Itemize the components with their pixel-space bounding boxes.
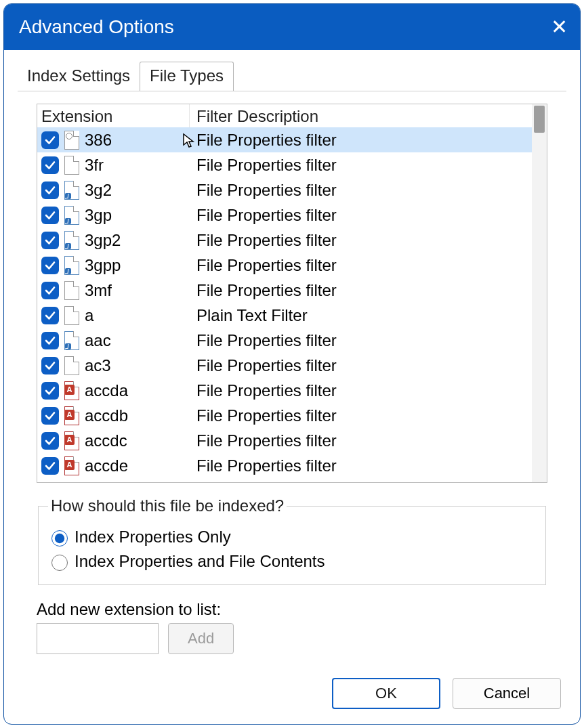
table-row[interactable]: 3gpFile Properties filter [37,202,532,228]
row-extension: accda [85,381,128,400]
dialog-footer: OK Cancel [4,666,580,724]
row-checkbox[interactable] [41,257,59,274]
file-type-icon [63,180,85,200]
ok-button[interactable]: OK [332,678,440,709]
row-filter: File Properties filter [190,356,532,375]
row-extension: 386 [85,131,112,150]
table-row[interactable]: AaccdbFile Properties filter [37,403,532,428]
file-type-icon [63,130,85,150]
file-type-icon: A [63,381,85,401]
row-filter: File Properties filter [190,156,532,175]
client-area: Index Settings File Types Extension Filt… [4,50,580,724]
file-types-list[interactable]: Extension Filter Description 386File Pro… [37,104,547,483]
row-filter: File Properties filter [190,331,532,350]
row-extension: a [85,306,93,325]
table-row[interactable]: AaccdeFile Properties filter [37,453,532,478]
row-checkbox[interactable] [41,181,59,199]
row-checkbox[interactable] [41,282,59,299]
row-filter: File Properties filter [190,381,532,400]
file-type-icon: A [63,406,85,426]
window-title: Advanced Options [19,16,174,38]
file-type-icon [63,330,85,351]
row-filter: File Properties filter [190,456,532,475]
add-extension-input[interactable] [37,623,159,654]
row-extension: 3gp2 [85,231,121,250]
file-type-icon: A [63,431,85,451]
row-filter: File Properties filter [190,256,532,275]
row-filter: File Properties filter [190,431,532,450]
table-row[interactable]: 3mfFile Properties filter [37,278,532,303]
vertical-scrollbar[interactable] [532,104,547,482]
tabstrip: Index Settings File Types [4,50,580,91]
file-type-icon [63,255,85,276]
radio-properties-only-input[interactable] [51,530,68,547]
row-filter: File Properties filter [190,206,532,225]
radio-properties-only-label: Index Properties Only [75,528,231,547]
cancel-button[interactable]: Cancel [453,678,561,709]
radio-properties-contents[interactable]: Index Properties and File Contents [48,552,536,571]
col-header-extension[interactable]: Extension [37,104,190,127]
index-how-group: How should this file be indexed? Index P… [38,496,546,585]
row-filter: File Properties filter [190,406,532,425]
row-extension: 3fr [85,156,104,175]
row-checkbox[interactable] [41,457,59,475]
row-checkbox[interactable] [41,131,59,149]
file-type-icon [63,280,85,301]
table-row[interactable]: AaccdaFile Properties filter [37,378,532,403]
row-extension: 3gp [85,206,112,225]
index-how-legend: How should this file be indexed? [48,496,287,515]
row-extension: accdc [85,431,127,450]
row-checkbox[interactable] [41,332,59,349]
table-row[interactable]: AaccdcFile Properties filter [37,428,532,453]
table-row[interactable]: 3g2File Properties filter [37,177,532,202]
file-type-icon [63,155,85,175]
row-checkbox[interactable] [41,156,59,174]
row-filter: File Properties filter [190,281,532,300]
file-type-icon [63,230,85,251]
add-extension-label: Add new extension to list: [37,600,547,619]
tab-index-settings[interactable]: Index Settings [18,62,140,91]
file-type-icon [63,205,85,226]
file-types-tabpage: Extension Filter Description 386File Pro… [18,91,566,666]
row-checkbox[interactable] [41,432,59,450]
row-filter: File Properties filter [190,131,532,150]
col-header-filter[interactable]: Filter Description [190,104,532,127]
row-checkbox[interactable] [41,207,59,224]
file-type-icon [63,305,85,326]
table-row[interactable]: 3frFile Properties filter [37,152,532,177]
row-extension: 3mf [85,281,112,300]
close-button[interactable]: ✕ [551,17,568,37]
radio-properties-only[interactable]: Index Properties Only [48,528,536,547]
table-row[interactable]: aPlain Text Filter [37,303,532,328]
list-header: Extension Filter Description [37,104,532,127]
row-checkbox[interactable] [41,382,59,400]
tab-file-types[interactable]: File Types [140,62,234,91]
row-extension: accdb [85,406,128,425]
row-checkbox[interactable] [41,407,59,425]
row-extension: aac [85,331,111,350]
row-filter: File Properties filter [190,231,532,250]
row-extension: ac3 [85,356,111,375]
file-type-icon: A [63,456,85,476]
row-checkbox[interactable] [41,307,59,324]
row-filter: File Properties filter [190,181,532,200]
radio-properties-contents-input[interactable] [51,555,68,571]
table-row[interactable]: aacFile Properties filter [37,328,532,353]
row-checkbox[interactable] [41,232,59,249]
row-extension: 3gpp [85,256,121,275]
row-extension: 3g2 [85,181,112,200]
titlebar: Advanced Options ✕ [4,4,580,50]
file-type-icon [63,356,85,376]
radio-properties-contents-label: Index Properties and File Contents [75,552,325,571]
add-extension-button[interactable]: Add [168,623,234,654]
advanced-options-window: Advanced Options ✕ Index Settings File T… [3,3,581,725]
table-row[interactable]: ac3File Properties filter [37,353,532,378]
table-row[interactable]: 3gppFile Properties filter [37,253,532,278]
row-extension: accde [85,456,128,475]
table-row[interactable]: 386File Properties filter [37,127,532,152]
table-row[interactable]: 3gp2File Properties filter [37,228,532,253]
row-checkbox[interactable] [41,357,59,374]
scrollbar-thumb[interactable] [534,106,545,133]
row-filter: Plain Text Filter [190,306,532,325]
